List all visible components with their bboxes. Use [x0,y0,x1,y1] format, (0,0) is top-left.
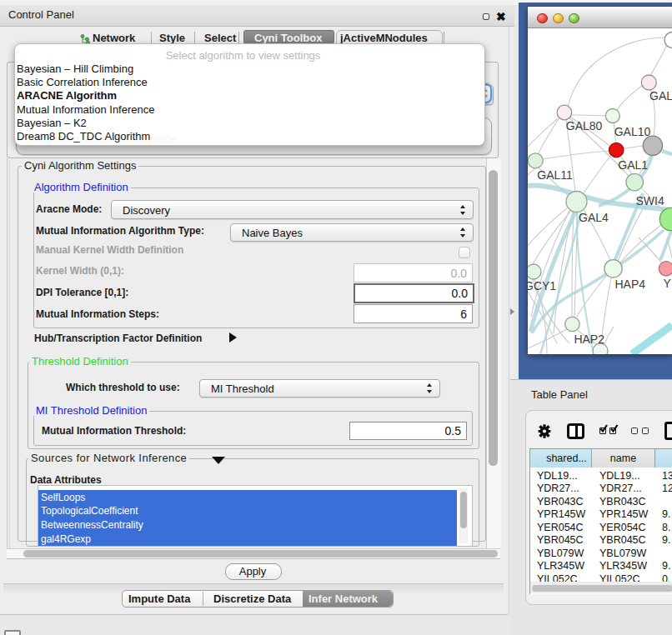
svg-text:GAL1: GAL1 [618,158,648,172]
svg-text:GAL11: GAL11 [537,168,573,182]
svg-text:GAL10: GAL10 [614,125,651,138]
svg-text:HAP4: HAP4 [615,278,646,291]
svg-text:GAL: GAL [649,89,672,102]
svg-text:HAP2: HAP2 [574,332,604,346]
svg-text:GAL80: GAL80 [566,119,603,132]
svg-text:SWI4: SWI4 [636,194,664,208]
svg-text:GAL4: GAL4 [579,211,609,224]
svg-text:GCY1: GCY1 [528,279,556,292]
svg-text:Y: Y [664,277,672,290]
